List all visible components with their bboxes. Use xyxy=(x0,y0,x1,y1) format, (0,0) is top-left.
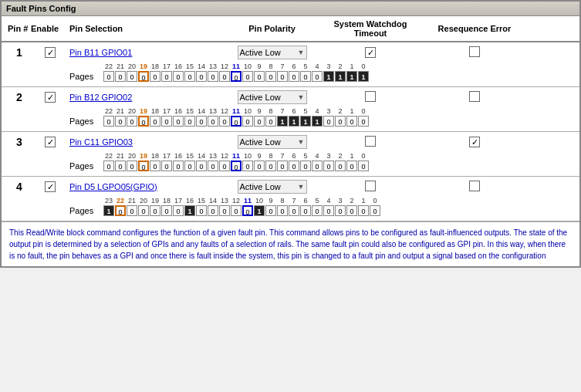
bit-box[interactable]: 0 xyxy=(138,205,149,216)
bit-box[interactable]: 0 xyxy=(138,161,149,171)
bit-box[interactable]: 0 xyxy=(312,205,323,216)
bit-box[interactable]: 0 xyxy=(173,116,184,127)
bit-box[interactable]: 0 xyxy=(127,205,137,216)
reseq-checkbox-3[interactable] xyxy=(469,137,480,147)
bit-box[interactable]: 0 xyxy=(103,71,114,82)
bit-box[interactable]: 0 xyxy=(335,116,346,127)
bit-box[interactable]: 0 xyxy=(127,116,137,127)
enable-checkbox-1[interactable] xyxy=(45,47,56,58)
watchdog-checkbox-3[interactable] xyxy=(365,136,376,147)
bit-box[interactable]: 0 xyxy=(184,71,195,82)
polarity-select-2[interactable]: Active Low▼ xyxy=(238,90,307,104)
bit-box[interactable]: 0 xyxy=(231,71,242,82)
bit-box[interactable]: 0 xyxy=(370,205,380,216)
bit-box[interactable]: 0 xyxy=(289,161,299,171)
pin-link-2[interactable]: Pin B12 GPIO02 xyxy=(69,93,228,102)
bit-box[interactable]: 0 xyxy=(196,161,207,171)
bit-box[interactable]: 0 xyxy=(323,205,334,216)
bit-box[interactable]: 0 xyxy=(265,205,276,216)
bit-box[interactable]: 0 xyxy=(161,116,172,127)
bit-box[interactable]: 0 xyxy=(277,161,288,171)
bit-box[interactable]: 0 xyxy=(115,161,126,171)
pin-polarity-1[interactable]: Active Low▼ xyxy=(228,46,316,59)
bit-box[interactable]: 0 xyxy=(346,205,357,216)
bit-box[interactable]: 0 xyxy=(242,116,253,127)
pin-polarity-2[interactable]: Active Low▼ xyxy=(228,90,316,104)
bit-box[interactable]: 0 xyxy=(242,161,253,171)
pin-watchdog-2[interactable] xyxy=(316,91,424,103)
bit-box[interactable]: 0 xyxy=(358,205,369,216)
pin-polarity-3[interactable]: Active Low▼ xyxy=(228,135,316,149)
bit-box[interactable]: 1 xyxy=(254,205,265,216)
bit-box[interactable]: 1 xyxy=(312,116,323,127)
bit-box[interactable]: 0 xyxy=(254,161,265,171)
bit-box[interactable]: 0 xyxy=(219,116,230,127)
bit-box[interactable]: 0 xyxy=(127,161,137,171)
bit-box[interactable]: 0 xyxy=(323,161,334,171)
bit-box[interactable]: 0 xyxy=(173,205,184,216)
pin-enable-2[interactable] xyxy=(31,92,69,103)
reseq-checkbox-2[interactable] xyxy=(469,91,480,102)
polarity-select-4[interactable]: Active Low▼ xyxy=(238,180,307,194)
bit-box[interactable]: 1 xyxy=(277,116,288,127)
enable-checkbox-4[interactable] xyxy=(45,181,56,192)
bit-box[interactable]: 0 xyxy=(173,161,184,171)
pin-watchdog-1[interactable] xyxy=(316,47,424,58)
bit-box[interactable]: 0 xyxy=(208,71,218,82)
watchdog-checkbox-4[interactable] xyxy=(365,181,376,191)
bit-box[interactable]: 0 xyxy=(289,71,299,82)
bit-box[interactable]: 0 xyxy=(277,205,288,216)
bit-box[interactable]: 0 xyxy=(231,116,242,127)
bit-box[interactable]: 0 xyxy=(103,161,114,171)
bit-box[interactable]: 0 xyxy=(115,116,126,127)
pin-reseq-3[interactable] xyxy=(424,137,525,147)
bit-box[interactable]: 0 xyxy=(208,161,218,171)
bit-box[interactable]: 1 xyxy=(323,71,334,82)
bit-box[interactable]: 0 xyxy=(208,116,218,127)
bit-box[interactable]: 1 xyxy=(335,71,346,82)
bit-box[interactable]: 0 xyxy=(138,71,149,82)
bit-box[interactable]: 0 xyxy=(300,161,311,171)
bit-box[interactable]: 0 xyxy=(196,205,207,216)
bit-box[interactable]: 0 xyxy=(184,116,195,127)
polarity-select-3[interactable]: Active Low▼ xyxy=(238,135,307,149)
pin-link-4[interactable]: Pin D5 LGPO05(GPIO) xyxy=(69,182,228,191)
bit-box[interactable]: 0 xyxy=(196,71,207,82)
bit-box[interactable]: 0 xyxy=(115,205,126,216)
bit-box[interactable]: 0 xyxy=(150,116,160,127)
pin-reseq-1[interactable] xyxy=(424,46,525,59)
bit-box[interactable]: 0 xyxy=(335,205,346,216)
bit-box[interactable]: 1 xyxy=(358,71,369,82)
bit-box[interactable]: 0 xyxy=(138,116,149,127)
pin-enable-1[interactable] xyxy=(31,47,69,58)
bit-box[interactable]: 0 xyxy=(265,161,276,171)
pin-watchdog-4[interactable] xyxy=(316,181,424,193)
bit-box[interactable]: 0 xyxy=(150,205,160,216)
bit-box[interactable]: 0 xyxy=(219,205,230,216)
bit-box[interactable]: 0 xyxy=(323,116,334,127)
enable-checkbox-2[interactable] xyxy=(45,92,56,103)
enable-checkbox-3[interactable] xyxy=(45,137,56,147)
bit-box[interactable]: 0 xyxy=(300,205,311,216)
bit-box[interactable]: 0 xyxy=(219,161,230,171)
bit-box[interactable]: 0 xyxy=(173,71,184,82)
bit-box[interactable]: 0 xyxy=(208,205,218,216)
pin-reseq-4[interactable] xyxy=(424,181,525,193)
bit-box[interactable]: 0 xyxy=(161,71,172,82)
bit-box[interactable]: 0 xyxy=(231,205,242,216)
bit-box[interactable]: 0 xyxy=(312,71,323,82)
bit-box[interactable]: 0 xyxy=(312,161,323,171)
bit-box[interactable]: 0 xyxy=(358,116,369,127)
pin-reseq-2[interactable] xyxy=(424,91,525,103)
watchdog-checkbox-2[interactable] xyxy=(365,91,376,102)
watchdog-checkbox-1[interactable] xyxy=(365,47,376,58)
pin-link-3[interactable]: Pin C11 GPIO03 xyxy=(69,137,228,147)
pin-polarity-4[interactable]: Active Low▼ xyxy=(228,180,316,194)
bit-box[interactable]: 0 xyxy=(289,205,299,216)
bit-box[interactable]: 0 xyxy=(127,71,137,82)
bit-box[interactable]: 0 xyxy=(196,116,207,127)
bit-box[interactable]: 0 xyxy=(254,71,265,82)
bit-box[interactable]: 0 xyxy=(346,161,357,171)
reseq-checkbox-1[interactable] xyxy=(469,46,480,57)
bit-box[interactable]: 0 xyxy=(103,116,114,127)
